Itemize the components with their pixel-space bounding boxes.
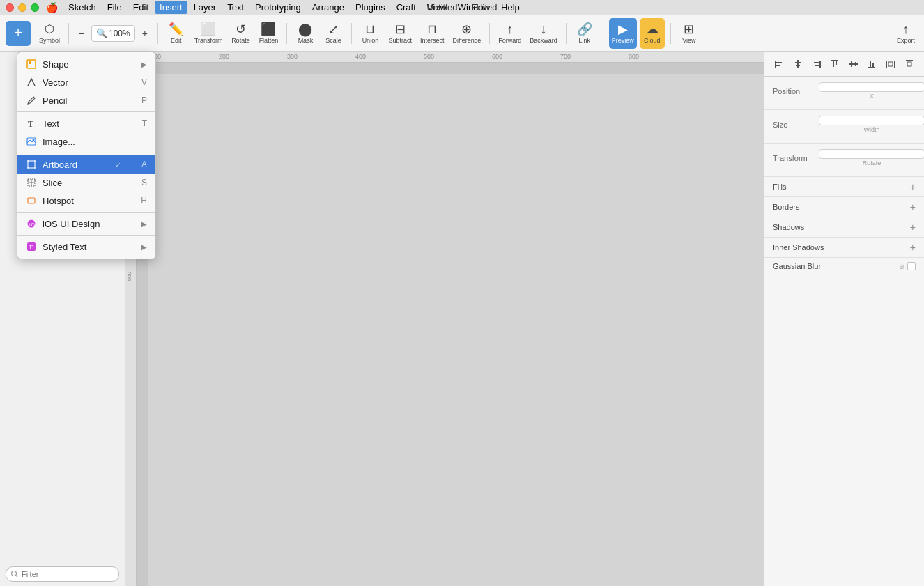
menu-plugins[interactable]: Plugins — [351, 1, 390, 14]
svg-rect-19 — [894, 61, 895, 68]
zoom-display[interactable]: 🔍 100% — [91, 25, 135, 42]
svg-rect-3 — [797, 60, 799, 68]
shape-arrow-icon: ▶ — [141, 61, 147, 68]
shadows-section[interactable]: Shadows + — [764, 217, 924, 238]
menu-edit[interactable]: Edit — [128, 1, 153, 14]
transform-button[interactable]: ⬜ Transform — [192, 18, 226, 49]
align-center-v-button[interactable] — [847, 57, 861, 71]
menu-file[interactable]: File — [102, 1, 127, 14]
menu-item-slice[interactable]: Slice S — [17, 174, 155, 192]
menu-bar: 🍎 Sketch File Edit Insert Layer Text Pro… — [0, 0, 924, 15]
svg-rect-20 — [888, 62, 893, 66]
align-left-button[interactable] — [772, 57, 786, 71]
zoom-out-button[interactable]: − — [75, 18, 88, 49]
export-button[interactable]: ↑ Export — [893, 18, 918, 49]
canvas[interactable] — [148, 74, 764, 586]
menu-item-artboard[interactable]: Artboard ↙ A — [17, 155, 155, 174]
distribute-v-button[interactable] — [902, 57, 916, 71]
menu-item-styled-text[interactable]: T Styled Text ▶ — [17, 238, 155, 256]
minimize-button[interactable] — [18, 3, 26, 12]
scale-button[interactable]: ⤢ Scale — [321, 18, 346, 49]
menu-arrange[interactable]: Arrange — [307, 1, 349, 14]
insert-symbol-button[interactable]: ⬡ Symbol — [36, 18, 63, 49]
rotate-button[interactable]: ↺ Rotate — [228, 18, 253, 49]
traffic-lights — [6, 3, 39, 12]
preview-button[interactable]: ▶ Preview — [609, 18, 637, 49]
distribute-h-button[interactable] — [884, 57, 898, 71]
fills-add-button[interactable]: + — [910, 181, 916, 192]
borders-section[interactable]: Borders + — [764, 197, 924, 217]
vector-icon — [26, 77, 37, 88]
gaussian-blur-add-icon[interactable]: ⊕ — [899, 263, 904, 270]
menu-insert[interactable]: Insert — [155, 1, 187, 14]
menu-item-image[interactable]: Image... — [17, 132, 155, 151]
svg-rect-16 — [870, 61, 871, 67]
ios-arrow-icon: ▶ — [141, 220, 147, 228]
gaussian-blur-section[interactable]: Gaussian Blur ⊕ — [764, 258, 924, 275]
cloud-button[interactable]: ☁ Cloud — [640, 18, 665, 49]
flatten-icon: ⬛ — [261, 23, 276, 36]
svg-rect-4 — [795, 62, 801, 63]
borders-add-button[interactable]: + — [910, 201, 916, 213]
separator-7 — [603, 23, 603, 44]
inner-shadows-section[interactable]: Inner Shadows + — [764, 238, 924, 258]
menu-help[interactable]: Help — [496, 1, 525, 14]
zoom-in-button[interactable]: + — [138, 18, 152, 49]
inner-shadows-add-button[interactable]: + — [910, 242, 916, 253]
forward-button[interactable]: ↑ Forward — [495, 18, 524, 49]
view-button[interactable]: ⊞ View — [677, 18, 702, 49]
cursor-indicator: ↙ — [115, 161, 121, 169]
link-button[interactable]: 🔗 Link — [572, 18, 597, 49]
apple-menu[interactable]: 🍎 — [46, 2, 58, 13]
align-right-button[interactable] — [810, 57, 824, 71]
divider-4 — [17, 235, 155, 236]
rotate-input[interactable] — [819, 149, 924, 159]
filter-input[interactable] — [6, 566, 119, 582]
width-input[interactable] — [819, 116, 924, 125]
canvas-area[interactable]: 400 500 600 — [125, 63, 764, 586]
menu-sketch[interactable]: Sketch — [63, 1, 101, 14]
menu-prototyping[interactable]: Prototyping — [250, 1, 306, 14]
flatten-button[interactable]: ⬛ Flatten — [256, 18, 281, 49]
artboard-icon — [26, 159, 37, 170]
svg-rect-25 — [29, 61, 31, 64]
close-button[interactable] — [6, 3, 14, 12]
styled-text-label: Styled Text — [43, 242, 136, 252]
union-button[interactable]: ⊔ Union — [357, 18, 383, 49]
slice-icon — [26, 177, 37, 188]
backward-button[interactable]: ↓ Backward — [527, 18, 560, 49]
divider-2 — [17, 153, 155, 153]
svg-rect-17 — [872, 63, 874, 67]
menu-layer[interactable]: Layer — [189, 1, 222, 14]
menu-item-pencil[interactable]: Pencil P — [17, 91, 155, 109]
subtract-button[interactable]: ⊟ Subtract — [385, 18, 415, 49]
menu-item-text[interactable]: T Text T — [17, 114, 155, 132]
canvas-wrapper: 100 200 300 400 500 600 700 800 400 500 … — [125, 52, 764, 586]
align-bottom-button[interactable] — [865, 57, 879, 71]
x-input[interactable] — [819, 82, 924, 92]
maximize-button[interactable] — [31, 3, 39, 12]
fills-section[interactable]: Fills + — [764, 177, 924, 197]
gaussian-blur-checkbox[interactable] — [907, 262, 916, 270]
menu-item-vector[interactable]: Vector V — [17, 73, 155, 91]
menu-craft[interactable]: Craft — [392, 1, 421, 14]
view-icon: ⊞ — [684, 23, 694, 36]
align-top-button[interactable] — [828, 57, 842, 71]
shadows-add-button[interactable]: + — [910, 222, 916, 233]
align-center-h-button[interactable] — [791, 57, 805, 71]
position-section: Position X Y — [764, 77, 924, 110]
horizontal-ruler: 100 200 300 400 500 600 700 800 — [137, 52, 764, 63]
mask-button[interactable]: ⬤ Mask — [293, 18, 318, 49]
edit-button[interactable]: ✏️ Edit — [164, 18, 189, 49]
menu-item-shape[interactable]: Shape ▶ — [17, 55, 155, 73]
difference-button[interactable]: ⊕ Difference — [449, 18, 484, 49]
intersect-button[interactable]: ⊓ Intersect — [417, 18, 447, 49]
menu-text[interactable]: Text — [222, 1, 249, 14]
menu-item-ios[interactable]: i OS iOS UI Design ▶ — [17, 215, 155, 233]
add-button[interactable]: + — [6, 21, 31, 46]
menu-item-hotspot[interactable]: Hotspot H — [17, 192, 155, 210]
transform-label: Transform — [773, 154, 815, 162]
svg-rect-18 — [886, 61, 887, 68]
alignment-bar — [764, 52, 924, 77]
slice-label: Slice — [43, 178, 136, 188]
